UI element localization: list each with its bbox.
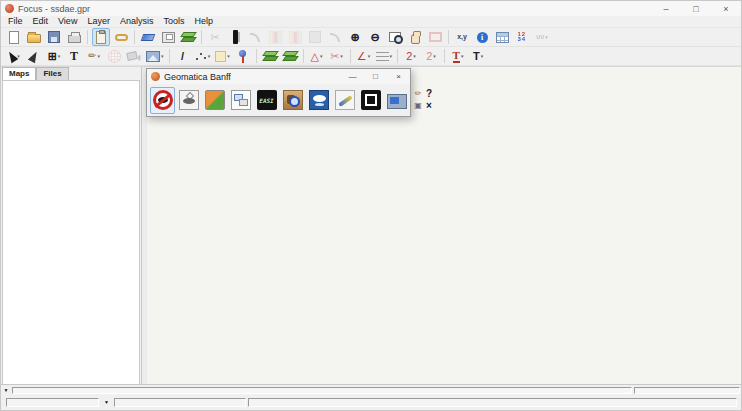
banff-minimize-button[interactable]: — xyxy=(341,69,364,84)
line-tool-icon[interactable]: / xyxy=(174,47,192,65)
numeric-values-icon[interactable]: 1234 xyxy=(513,28,531,46)
banff-titlebar[interactable]: Geomatica Banff — □ × xyxy=(147,69,410,84)
open-icon[interactable] xyxy=(25,28,43,46)
select-tool-icon[interactable] xyxy=(25,47,43,65)
pin-tool-icon[interactable] xyxy=(234,47,252,65)
print-icon[interactable] xyxy=(65,28,83,46)
workspace[interactable]: Geomatica Banff — □ × EASI✏?▣× xyxy=(147,67,741,384)
menu-tools[interactable]: Tools xyxy=(158,16,189,27)
grid-tool-icon[interactable]: ⊞▾ xyxy=(45,47,63,65)
vertex-tool-icon[interactable]: ▾ xyxy=(194,47,212,65)
batch-icon[interactable] xyxy=(384,87,409,114)
layer-manager-icon-shape xyxy=(181,31,195,43)
insert-image-icon[interactable]: ▾ xyxy=(145,47,165,65)
layer-manager-icon[interactable] xyxy=(179,28,197,46)
status-dropdown-icon[interactable]: ▼ xyxy=(101,398,112,407)
coordinates-icon[interactable]: x,y xyxy=(453,28,471,46)
pan-icon[interactable] xyxy=(406,28,424,46)
menu-edit[interactable]: Edit xyxy=(28,16,54,27)
maps-panel-body[interactable] xyxy=(2,80,140,384)
zoom-out-icon-shape: ⊖ xyxy=(370,30,379,44)
zoom-extent-icon[interactable] xyxy=(386,28,404,46)
strip-dropdown-icon[interactable]: ▼ xyxy=(2,386,10,395)
new-view-icon-shape xyxy=(162,32,175,43)
curve-style-icon[interactable]: 2▾ xyxy=(402,47,420,65)
zoom-in-icon[interactable]: ⊕ xyxy=(346,28,364,46)
dropdown-arrow-icon[interactable]: ▾ xyxy=(58,53,61,59)
panel-small-icon[interactable]: ▣ xyxy=(414,99,422,113)
banff-window-title: Geomatica Banff xyxy=(164,72,341,82)
clipboard-icon[interactable] xyxy=(92,28,110,46)
dropdown-arrow-icon[interactable]: ▾ xyxy=(227,53,230,59)
fly-icon[interactable] xyxy=(280,87,305,114)
save-icon[interactable] xyxy=(45,28,63,46)
info-icon-shape: i xyxy=(477,32,488,43)
minimize-button[interactable]: – xyxy=(651,1,681,16)
dropdown-arrow-icon[interactable]: ▾ xyxy=(481,53,484,59)
grid-tool-icon-shape: ⊞ xyxy=(48,49,57,63)
dropdown-arrow-icon[interactable]: ▾ xyxy=(433,53,436,59)
window-title: Focus - ssdae.gpr xyxy=(18,4,651,14)
viewer-icon[interactable] xyxy=(306,87,331,114)
uv-values-icon-shape: uv xyxy=(536,30,544,44)
font-style-icon[interactable]: T▾ xyxy=(469,47,487,65)
toolbar-separator xyxy=(303,49,304,63)
easi-icon[interactable]: EASI xyxy=(254,87,279,114)
dropdown-arrow-icon[interactable]: ▾ xyxy=(545,34,548,40)
new-project-icon[interactable] xyxy=(5,28,23,46)
link-icon-shape xyxy=(115,34,128,41)
banff-maximize-button[interactable]: □ xyxy=(364,69,387,84)
dropdown-arrow-icon[interactable]: ▾ xyxy=(320,53,323,59)
orthoengine-icon[interactable] xyxy=(176,87,201,114)
arc-style-icon[interactable]: 2▾ xyxy=(422,47,440,65)
modeler-icon[interactable] xyxy=(228,87,253,114)
text-style-icon[interactable]: T▾ xyxy=(449,47,467,65)
tab-maps[interactable]: Maps xyxy=(2,67,36,80)
dropdown-arrow-icon[interactable]: ▾ xyxy=(368,53,371,59)
focus-app-icon[interactable] xyxy=(150,87,175,114)
clear-icon[interactable] xyxy=(139,28,157,46)
line-style-icon[interactable]: ∠▾ xyxy=(355,47,373,65)
tab-files[interactable]: Files xyxy=(36,67,68,80)
swipe-icon[interactable] xyxy=(226,28,244,46)
sketch-tool-icon[interactable]: ✏▾ xyxy=(85,47,103,65)
dropdown-arrow-icon[interactable]: ▾ xyxy=(97,53,100,59)
geocalculator-icon[interactable] xyxy=(332,87,357,114)
dash-style-icon[interactable]: ▾ xyxy=(375,47,394,65)
dropdown-arrow-icon[interactable]: ▾ xyxy=(340,53,343,59)
attribute-table-icon[interactable] xyxy=(493,28,511,46)
dropdown-arrow-icon[interactable]: ▾ xyxy=(461,53,464,59)
menu-layer[interactable]: Layer xyxy=(82,16,115,27)
zoom-out-icon[interactable]: ⊖ xyxy=(366,28,384,46)
close-button[interactable]: × xyxy=(711,1,741,16)
menu-analysis[interactable]: Analysis xyxy=(115,16,159,27)
dropdown-arrow-icon[interactable]: ▾ xyxy=(208,53,211,59)
link-icon[interactable] xyxy=(112,28,130,46)
layer-stack-icon[interactable] xyxy=(281,47,299,65)
graticule-icon xyxy=(105,47,123,65)
menu-view[interactable]: View xyxy=(53,16,82,27)
area-style-icon[interactable]: △▾ xyxy=(308,47,326,65)
dropdown-arrow-icon[interactable]: ▾ xyxy=(390,53,393,59)
dropdown-arrow-icon[interactable]: ▾ xyxy=(413,53,416,59)
dropdown-arrow-icon[interactable]: ▾ xyxy=(161,53,164,59)
strip-bar-right[interactable] xyxy=(634,387,740,394)
banff-close-button[interactable]: × xyxy=(387,69,410,84)
text-tool-icon[interactable]: T xyxy=(65,47,83,65)
fullframe-icon[interactable] xyxy=(358,87,383,114)
menu-file[interactable]: File xyxy=(3,16,28,27)
new-view-icon[interactable] xyxy=(159,28,177,46)
layer-raise-icon[interactable] xyxy=(261,47,279,65)
strip-bar-left[interactable] xyxy=(12,387,632,394)
status-cell-selection xyxy=(6,398,99,407)
easi-icon-shape: EASI xyxy=(257,90,277,110)
style-box-icon[interactable]: ▾ xyxy=(214,47,232,65)
clip-style-icon[interactable]: ✂▾ xyxy=(328,47,346,65)
pointer-icon[interactable]: ▾ xyxy=(5,47,23,65)
attribute-table-icon-shape xyxy=(496,32,509,43)
exit-icon[interactable]: × xyxy=(426,99,432,113)
catalog-icon[interactable] xyxy=(202,87,227,114)
info-icon[interactable]: i xyxy=(473,28,491,46)
menu-help[interactable]: Help xyxy=(189,16,218,27)
maximize-button[interactable]: □ xyxy=(681,1,711,16)
